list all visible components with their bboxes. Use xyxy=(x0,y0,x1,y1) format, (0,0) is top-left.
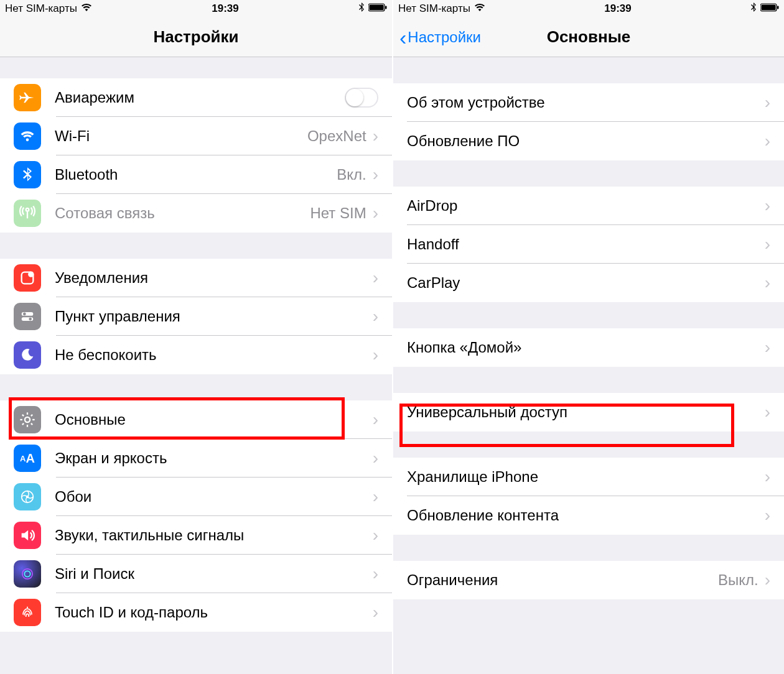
row-label: Handoff xyxy=(407,236,765,253)
phone-settings-root: Нет SIM-карты 19:39 Настройки xyxy=(0,0,392,674)
chevron-right-icon: › xyxy=(373,450,378,467)
touchid-icon xyxy=(14,599,41,626)
row-control-center[interactable]: Пункт управления › xyxy=(0,297,392,336)
chevron-right-icon: › xyxy=(373,411,378,428)
siri-icon xyxy=(14,560,41,588)
svg-rect-24 xyxy=(777,6,779,9)
row-label: Звуки, тактильные сигналы xyxy=(55,527,373,544)
row-airplane[interactable]: Авиарежим xyxy=(0,78,392,117)
status-sim: Нет SIM-карты xyxy=(5,2,77,15)
row-value: OpexNet xyxy=(307,127,366,145)
row-siri[interactable]: Siri и Поиск › xyxy=(0,555,392,593)
chevron-right-icon: › xyxy=(373,205,378,222)
status-time: 19:39 xyxy=(604,2,631,15)
row-dnd[interactable]: Не беспокоить › xyxy=(0,336,392,374)
chevron-right-icon: › xyxy=(373,488,378,506)
row-software-update[interactable]: Обновление ПО › xyxy=(393,122,784,160)
svg-point-8 xyxy=(29,318,32,321)
cellular-icon xyxy=(14,200,41,227)
row-restrictions[interactable]: Ограничения Выкл. › xyxy=(393,561,784,599)
chevron-right-icon: › xyxy=(373,565,378,583)
row-label: Сотовая связь xyxy=(55,205,310,222)
row-label: Универсальный доступ xyxy=(407,404,765,421)
bluetooth-icon xyxy=(750,2,757,16)
row-label: Не беспокоить xyxy=(55,346,373,364)
svg-rect-2 xyxy=(385,6,387,9)
chevron-right-icon: › xyxy=(765,236,770,253)
page-title: Настройки xyxy=(0,27,392,47)
row-sounds[interactable]: Звуки, тактильные сигналы › xyxy=(0,516,392,555)
row-storage[interactable]: Хранилище iPhone › xyxy=(393,458,784,496)
bluetooth-icon xyxy=(358,2,365,16)
group-storage: Хранилище iPhone › Обновление контента › xyxy=(393,458,784,535)
row-wifi[interactable]: Wi-Fi OpexNet › xyxy=(0,117,392,155)
chevron-left-icon: ‹ xyxy=(399,27,406,48)
group-home: Кнопка «Домой» › xyxy=(393,328,784,367)
back-button[interactable]: ‹ Настройки xyxy=(393,27,481,48)
chevron-right-icon: › xyxy=(765,132,770,150)
gear-icon xyxy=(14,406,41,433)
row-label: Уведомления xyxy=(55,269,373,287)
navbar: Настройки xyxy=(0,17,392,57)
row-handoff[interactable]: Handoff › xyxy=(393,225,784,264)
notifications-icon xyxy=(14,264,41,292)
svg-rect-1 xyxy=(370,5,384,11)
row-label: Siri и Поиск xyxy=(55,565,373,583)
chevron-right-icon: › xyxy=(373,604,378,621)
navbar: ‹ Настройки Основные xyxy=(393,17,784,57)
chevron-right-icon: › xyxy=(765,571,770,589)
row-value: Нет SIM xyxy=(310,205,366,222)
bluetooth-icon xyxy=(14,161,41,188)
settings-group-notifications: Уведомления › Пункт управления › Не бесп… xyxy=(0,259,392,374)
row-label: Авиарежим xyxy=(55,89,345,106)
group-accessibility: Универсальный доступ › xyxy=(393,393,784,432)
wallpaper-icon xyxy=(14,483,41,510)
row-home-button[interactable]: Кнопка «Домой» › xyxy=(393,328,784,367)
group-connectivity: AirDrop › Handoff › CarPlay › xyxy=(393,187,784,302)
display-icon: AA xyxy=(14,445,41,472)
wifi-icon xyxy=(474,2,485,15)
svg-line-16 xyxy=(22,423,24,425)
svg-point-9 xyxy=(25,417,30,422)
row-value: Выкл. xyxy=(718,571,758,589)
row-notifications[interactable]: Уведомления › xyxy=(0,259,392,297)
row-label: Touch ID и код-пароль xyxy=(55,604,373,621)
chevron-right-icon: › xyxy=(373,127,378,145)
status-bar: Нет SIM-карты 19:39 xyxy=(0,0,392,17)
row-carplay[interactable]: CarPlay › xyxy=(393,264,784,302)
airplane-icon xyxy=(14,84,41,111)
chevron-right-icon: › xyxy=(765,404,770,421)
svg-point-4 xyxy=(28,272,34,277)
row-label: Обои xyxy=(55,488,373,506)
row-bluetooth[interactable]: Bluetooth Вкл. › xyxy=(0,155,392,194)
row-label: Кнопка «Домой» xyxy=(407,339,765,356)
row-general[interactable]: Основные › xyxy=(0,400,392,439)
row-display[interactable]: AA Экран и яркость › xyxy=(0,439,392,478)
svg-line-15 xyxy=(31,423,32,425)
row-label: Wi-Fi xyxy=(55,127,307,145)
settings-group-connectivity: Авиарежим Wi-Fi OpexNet › Bluetooth Вкл. xyxy=(0,78,392,233)
row-label: Пункт управления xyxy=(55,308,373,325)
row-accessibility[interactable]: Универсальный доступ › xyxy=(393,393,784,432)
row-wallpaper[interactable]: Обои › xyxy=(0,478,392,516)
row-about[interactable]: Об этом устройстве › xyxy=(393,83,784,122)
group-about: Об этом устройстве › Обновление ПО › xyxy=(393,83,784,160)
chevron-right-icon: › xyxy=(765,94,770,111)
chevron-right-icon: › xyxy=(373,269,378,287)
row-label: AirDrop xyxy=(407,197,765,215)
svg-point-20 xyxy=(22,569,32,579)
chevron-right-icon: › xyxy=(373,346,378,364)
row-background-refresh[interactable]: Обновление контента › xyxy=(393,496,784,535)
row-cellular[interactable]: Сотовая связь Нет SIM › xyxy=(0,194,392,233)
phone-general: Нет SIM-карты 19:39 ‹ Настройки Основны xyxy=(392,0,784,674)
battery-icon xyxy=(368,2,387,15)
airplane-switch[interactable] xyxy=(345,88,378,108)
row-airdrop[interactable]: AirDrop › xyxy=(393,187,784,225)
svg-line-14 xyxy=(22,415,24,416)
wifi-icon xyxy=(81,2,92,15)
back-label: Настройки xyxy=(408,29,481,46)
row-label: Обновление контента xyxy=(407,507,765,524)
sounds-icon xyxy=(14,522,41,549)
chevron-right-icon: › xyxy=(765,339,770,356)
row-touchid[interactable]: Touch ID и код-пароль › xyxy=(0,593,392,632)
